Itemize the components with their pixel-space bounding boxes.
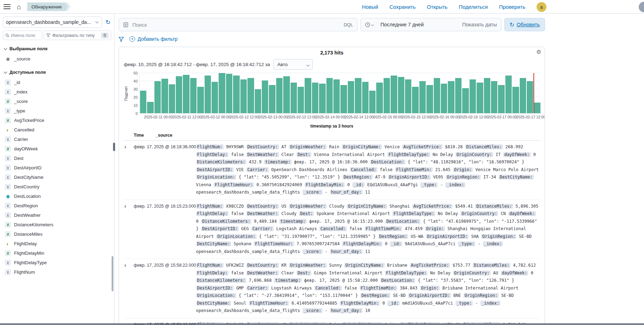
field-search-input[interactable] <box>11 33 35 38</box>
add-filter-button[interactable]: + Добавить фильтр <box>130 36 178 42</box>
histogram-bar[interactable] <box>233 76 239 113</box>
histogram-bar[interactable] <box>348 81 354 113</box>
field-item-DestCountry[interactable]: tDestCountry <box>3 182 111 191</box>
sidebar-scrollbar[interactable] <box>112 256 113 291</box>
chart-plot-area[interactable] <box>139 73 540 113</box>
histogram-bar[interactable] <box>305 78 311 113</box>
show-dates-button[interactable]: Показать даты <box>458 22 501 27</box>
histogram-bar[interactable] <box>362 82 369 113</box>
home-icon[interactable]: ⌂ <box>17 4 21 10</box>
saved-query-icon[interactable] <box>119 22 132 27</box>
account-avatar[interactable] <box>639 2 644 12</box>
expand-row-button[interactable]: › <box>123 143 134 196</box>
histogram-bar[interactable] <box>298 87 304 113</box>
share-button[interactable]: Поделиться <box>459 4 488 10</box>
histogram-bar[interactable] <box>470 79 476 113</box>
field-item-Carrier[interactable]: tCarrier <box>3 135 111 144</box>
selected-fields-header[interactable]: Выбранные поля <box>4 46 110 51</box>
field-item-DistanceKilometers[interactable]: #DistanceKilometers <box>3 220 111 229</box>
histogram-bar[interactable] <box>319 84 325 113</box>
field-item-dayOfWeek[interactable]: #dayOfWeek <box>3 144 111 154</box>
histogram-bar[interactable] <box>391 76 397 113</box>
histogram-bar[interactable] <box>183 75 189 113</box>
histogram-bar[interactable] <box>219 73 225 113</box>
refresh-index-icon[interactable]: ↻ <box>105 19 111 25</box>
menu-icon[interactable] <box>4 4 11 9</box>
histogram-bar[interactable] <box>154 81 161 113</box>
histogram-bar[interactable] <box>434 78 440 113</box>
histogram-bar[interactable] <box>426 85 433 113</box>
histogram-bar[interactable] <box>276 78 283 113</box>
time-range-label[interactable]: Последние 7 дней <box>378 22 458 27</box>
field-item-_source[interactable]: ◉_source <box>3 54 111 64</box>
histogram-bar[interactable] <box>462 88 469 113</box>
filter-by-type-button[interactable]: Фильтровать по типу 0 <box>44 31 111 40</box>
avatar[interactable]: a <box>537 2 546 12</box>
histogram-bar[interactable] <box>498 85 504 113</box>
histogram-bar[interactable] <box>512 87 519 113</box>
horizontal-scrollbar[interactable] <box>0 323 644 325</box>
histogram-bar[interactable] <box>340 85 347 113</box>
field-search[interactable] <box>3 31 42 40</box>
field-item-FlightDelayMin[interactable]: #FlightDelayMin <box>3 248 111 258</box>
index-pattern-selector[interactable]: opensearch_dashboards_sample_da... <box>3 17 102 28</box>
interval-select[interactable]: Авто <box>273 59 313 70</box>
field-item-DestAirportID[interactable]: tDestAirportID <box>3 163 111 173</box>
filter-options-icon[interactable] <box>119 37 124 42</box>
histogram-bar[interactable] <box>197 87 204 113</box>
histogram-bar[interactable] <box>455 78 462 113</box>
histogram-bar[interactable] <box>269 85 275 113</box>
field-item-FlightNum[interactable]: tFlightNum <box>3 267 111 277</box>
field-item-FlightDelay[interactable]: ◐FlightDelay <box>3 239 111 248</box>
histogram-bar[interactable] <box>412 87 418 113</box>
histogram-bar[interactable] <box>291 83 297 113</box>
field-item-DestRegion[interactable]: tDestRegion <box>3 201 111 210</box>
breadcrumb[interactable]: Обнаружение <box>27 2 68 11</box>
available-fields-header[interactable]: Доступные поля <box>4 70 110 75</box>
histogram-bar[interactable] <box>240 79 247 113</box>
field-item-DestCityName[interactable]: tDestCityName <box>3 173 111 182</box>
open-button[interactable]: Открыть <box>427 4 447 10</box>
histogram-bar[interactable] <box>369 91 376 113</box>
save-button[interactable]: Сохранить <box>390 4 416 10</box>
field-item-DestWeather[interactable]: tDestWeather <box>3 210 111 220</box>
histogram-bar[interactable] <box>140 91 146 113</box>
refresh-button[interactable]: ↻ Обновить <box>504 18 545 31</box>
histogram-bar[interactable] <box>384 78 390 113</box>
histogram-bar[interactable] <box>484 78 490 113</box>
histogram-bar[interactable] <box>405 79 411 113</box>
histogram-bar[interactable] <box>326 78 333 113</box>
time-column-header[interactable]: Time <box>134 133 155 138</box>
histogram-bar[interactable] <box>161 79 168 113</box>
search-input[interactable] <box>132 22 339 28</box>
histogram-bar[interactable] <box>505 76 512 113</box>
field-item-_type[interactable]: t_type <box>3 106 111 116</box>
field-item-Cancelled[interactable]: ◐Cancelled <box>3 125 111 135</box>
histogram-bar[interactable] <box>520 78 526 113</box>
histogram-bar[interactable] <box>147 102 153 113</box>
histogram-bar[interactable] <box>283 76 290 113</box>
breadcrumb-label[interactable]: Обнаружение <box>27 2 68 11</box>
field-item-_index[interactable]: t_index <box>3 87 111 97</box>
gear-icon[interactable]: ⚙ <box>536 49 541 55</box>
new-button[interactable]: Новый <box>362 4 378 10</box>
field-item-AvgTicketPrice[interactable]: #AvgTicketPrice <box>3 116 111 125</box>
histogram-bar[interactable] <box>212 82 218 113</box>
sidebar-collapse-handle[interactable] <box>113 143 115 151</box>
histogram-bar[interactable] <box>333 79 340 113</box>
expand-row-button[interactable]: › <box>123 203 134 256</box>
histogram-bar[interactable] <box>491 81 497 113</box>
histogram-bar[interactable] <box>419 81 426 113</box>
quick-time-button[interactable] <box>361 22 378 27</box>
histogram-bar[interactable] <box>477 83 483 113</box>
histogram-bar[interactable] <box>398 77 404 113</box>
histogram-bar[interactable] <box>262 80 268 113</box>
histogram-bar[interactable] <box>255 89 261 113</box>
field-item-Dest[interactable]: tDest <box>3 154 111 163</box>
histogram-bar[interactable] <box>355 78 361 113</box>
histogram-bar[interactable] <box>205 76 211 113</box>
histogram-bar[interactable] <box>176 76 182 113</box>
inspect-button[interactable]: Проверить <box>499 4 525 10</box>
histogram-bar[interactable] <box>376 83 383 113</box>
histogram-bar[interactable] <box>226 74 232 113</box>
